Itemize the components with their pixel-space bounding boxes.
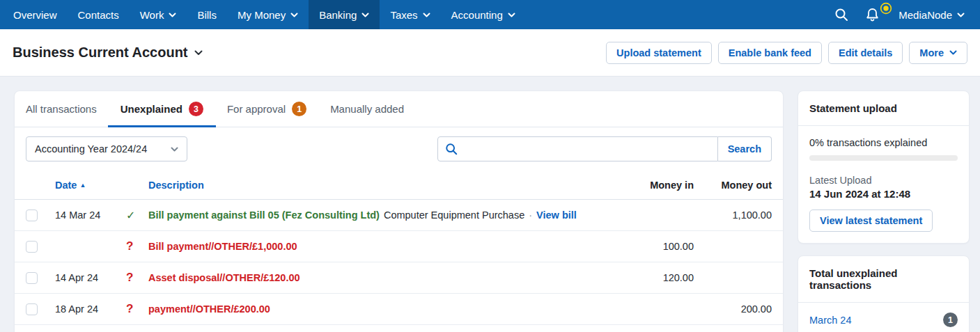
table-row: 14 Mar 24 ✓ Bill payment against Bill 05… [15,200,783,231]
transaction-description: payment//OTHER/£200.00 [148,303,616,315]
view-bill-link[interactable]: View bill [536,210,577,221]
transaction-description: Bill payment against Bill 05 (Fez Consul… [148,210,616,221]
nav-spacer [526,0,827,29]
nav-label: Banking [319,9,357,21]
table-row: 18 Apr 24 ? payment//OTHER/£200.00 200.0… [15,294,783,325]
upload-statement-button[interactable]: Upload statement [606,42,712,64]
nav-label: Taxes [390,9,417,21]
account-title-dropdown[interactable]: Business Current Account [13,45,203,61]
search-box [437,136,718,161]
transactions-tabs: All transactions Unexplained 3 For appro… [15,91,783,127]
chevron-down-icon [423,13,430,17]
nav-item-accounting[interactable]: Accounting [441,0,526,29]
search-icon [834,8,848,22]
transaction-title-link[interactable]: payment//OTHER/£200.00 [148,303,270,315]
row-checkbox[interactable] [26,210,38,221]
bell-icon [865,7,880,22]
tab-manually-added[interactable]: Manually added [330,91,404,127]
nav-label: Contacts [78,9,119,21]
month-count-badge: 1 [943,313,958,327]
unexplained-count-badge: 3 [189,102,203,116]
user-menu[interactable]: MediaNode [888,0,980,29]
row-checkbox[interactable] [26,303,38,315]
search-group: Search [437,136,772,161]
row-checkbox[interactable] [26,241,38,253]
transaction-date: 18 Apr 24 [55,303,126,315]
chevron-down-icon [171,147,178,152]
page-header: Business Current Account Upload statemen… [0,29,980,77]
transaction-title-link[interactable]: Asset disposal//OTHER/£120.00 [148,272,300,283]
unexplained-summary-title: Total unexplained transactions [798,256,969,303]
separator-dot: · [529,210,532,221]
transaction-description: Asset disposal//OTHER/£120.00 [148,272,616,283]
nav-label: Overview [13,9,57,21]
explained-check-icon: ✓ [126,209,148,222]
transaction-date: 14 Mar 24 [55,210,126,221]
sidebar: Statement upload 0% transactions explain… [798,90,970,332]
search-icon [445,143,458,155]
row-checkbox[interactable] [26,272,38,284]
transaction-date: 14 Apr 24 [55,272,126,283]
notification-badge-icon [880,2,892,15]
nav-search-button[interactable] [826,0,857,29]
column-date: Date [55,180,77,191]
enable-bank-feed-button[interactable]: Enable bank feed [718,42,822,64]
nav-notifications-button[interactable] [857,0,888,29]
latest-upload-value: 14 Jun 2024 at 12:48 [809,188,958,200]
unexplained-question-icon: ? [126,302,148,316]
unexplained-question-icon: ? [126,239,148,253]
view-latest-statement-button[interactable]: View latest statement [809,210,933,232]
nav-item-work[interactable]: Work [130,0,187,29]
transactions-explained-label: 0% transactions explained [809,137,958,148]
chevron-down-icon [957,13,965,17]
money-in-value: 120.00 [616,272,694,283]
transaction-title-link[interactable]: Bill payment//OTHER/£1,000.00 [148,241,297,252]
statement-upload-title: Statement upload [798,91,969,126]
nav-item-contacts[interactable]: Contacts [68,0,130,29]
table-header-row: Date ▲ Description Money in Money out [15,171,783,200]
explained-progress-bar [809,155,958,161]
search-input[interactable] [463,143,710,155]
top-navigation: Overview Contacts Work Bills My Money Ba… [0,0,980,29]
nav-item-overview[interactable]: Overview [3,0,68,29]
money-out-value: 200.00 [694,303,772,315]
nav-label: Accounting [451,9,503,21]
search-button[interactable]: Search [718,136,772,161]
transaction-subtitle: Computer Equipment Purchase [384,210,524,221]
tab-label: Unexplained [120,103,182,115]
nav-item-banking[interactable]: Banking [309,0,380,29]
unexplained-summary-body: March 24 1 April 24 2 [798,303,969,332]
transactions-card: All transactions Unexplained 3 For appro… [14,90,784,332]
tab-label: Manually added [330,103,404,115]
sort-by-date[interactable]: Date ▲ [55,180,126,191]
unexplained-question-icon: ? [126,271,148,285]
transaction-description: Bill payment//OTHER/£1,000.00 [148,241,616,252]
table-row: ? Bill payment//OTHER/£1,000.00 100.00 [15,231,783,262]
sort-asc-icon: ▲ [79,182,86,189]
nav-item-taxes[interactable]: Taxes [380,0,440,29]
approval-count-badge: 1 [292,102,306,116]
statement-upload-body: 0% transactions explained Latest Upload … [798,126,969,243]
month-link-march[interactable]: March 24 [809,315,851,326]
money-in-value: 100.00 [616,241,694,252]
tab-unexplained[interactable]: Unexplained 3 [120,91,203,127]
nav-item-bills[interactable]: Bills [187,0,227,29]
accounting-year-select[interactable]: Accounting Year 2024/24 [26,136,187,161]
chevron-down-icon [508,13,515,17]
money-out-value: 1,100.00 [694,210,772,221]
filter-row: Accounting Year 2024/24 Search [15,127,783,171]
tab-all-transactions[interactable]: All transactions [26,91,97,127]
table-row: 14 Apr 24 ? Asset disposal//OTHER/£120.0… [15,262,783,294]
transaction-title-link[interactable]: Bill payment against Bill 05 (Fez Consul… [148,210,380,221]
nav-item-my-money[interactable]: My Money [227,0,309,29]
tab-for-approval[interactable]: For approval 1 [227,91,306,127]
chevron-down-icon [194,50,203,56]
tab-label: For approval [227,103,286,115]
more-button[interactable]: More [909,42,967,64]
header-actions: Upload statement Enable bank feed Edit d… [606,42,967,64]
column-money-out: Money out [694,180,772,191]
edit-details-button[interactable]: Edit details [828,42,903,64]
user-menu-label: MediaNode [899,9,952,21]
more-button-label: More [919,47,944,58]
sort-by-description[interactable]: Description [148,180,616,191]
